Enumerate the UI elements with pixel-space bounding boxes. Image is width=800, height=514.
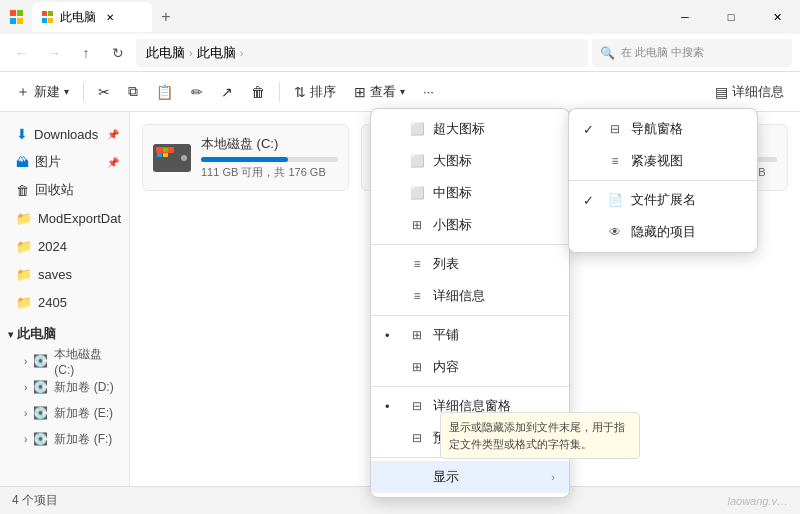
submenu-item-fileext[interactable]: ✓ 📄 文件扩展名 bbox=[569, 184, 757, 216]
detail-icon: ▤ bbox=[715, 84, 728, 100]
drive-bar-bg-c bbox=[201, 157, 338, 162]
new-btn[interactable]: ＋ 新建 ▾ bbox=[8, 77, 77, 107]
menu-item-largeicon[interactable]: ⬜ 大图标 bbox=[371, 145, 569, 177]
rename-btn[interactable]: ✏ bbox=[183, 77, 211, 107]
label-content: 内容 bbox=[433, 358, 459, 376]
label-extralargeicon: 超大图标 bbox=[433, 120, 485, 138]
sidebar-sub-f[interactable]: › 💽 新加卷 (F:) bbox=[0, 426, 129, 452]
more-btn[interactable]: ··· bbox=[415, 77, 442, 107]
submenu-item-compact[interactable]: ≡ 紧凑视图 bbox=[569, 145, 757, 177]
label-details: 详细信息 bbox=[433, 287, 485, 305]
drive-item-c[interactable]: 本地磁盘 (C:) 111 GB 可用，共 176 GB bbox=[142, 124, 349, 191]
icon-smallicon: ⊞ bbox=[409, 218, 425, 232]
close-btn[interactable]: ✕ bbox=[754, 0, 800, 34]
pictures-icon: 🏔 bbox=[16, 155, 29, 170]
pin-icon: 📌 bbox=[107, 129, 119, 140]
menu-item-tiles[interactable]: • ⊞ 平铺 bbox=[371, 319, 569, 351]
maximize-btn[interactable]: □ bbox=[708, 0, 754, 34]
label-show: 显示 bbox=[433, 468, 459, 486]
sidebar-item-downloads[interactable]: ⬇ Downloads 📌 bbox=[4, 120, 125, 148]
menu-sep1 bbox=[371, 244, 569, 245]
cut-btn[interactable]: ✂ bbox=[90, 77, 118, 107]
sidebar-group-header[interactable]: ▾ 此电脑 bbox=[0, 320, 129, 348]
sidebar-item-2405[interactable]: 📁 2405 bbox=[4, 288, 125, 316]
copy-btn[interactable]: ⧉ bbox=[120, 77, 146, 107]
sidebar-item-saves[interactable]: 📁 saves bbox=[4, 260, 125, 288]
sidebar-item-recycle[interactable]: 🗑 回收站 bbox=[4, 176, 125, 204]
menu-item-show[interactable]: 显示 › bbox=[371, 461, 569, 493]
icon-details: ≡ bbox=[409, 289, 425, 303]
menu-item-content[interactable]: ⊞ 内容 bbox=[371, 351, 569, 383]
sidebar-group-thispc: ▾ 此电脑 › 💽 本地磁盘 (C:) › 💽 新加卷 (D:) › 💽 新加卷… bbox=[0, 320, 129, 452]
tooltip-text: 显示或隐藏添加到文件末尾，用于指定文件类型或格式的字符集。 bbox=[449, 421, 625, 450]
menu-item-extralargeicon[interactable]: ⬜ 超大图标 bbox=[371, 113, 569, 145]
refresh-btn[interactable]: ↻ bbox=[104, 39, 132, 67]
search-icon: 🔍 bbox=[600, 46, 615, 60]
submenu-sep1 bbox=[569, 180, 757, 181]
back-btn[interactable]: ← bbox=[8, 39, 36, 67]
paste-btn[interactable]: 📋 bbox=[148, 77, 181, 107]
sort-icon: ⇅ bbox=[294, 84, 306, 100]
menu-sep2 bbox=[371, 315, 569, 316]
new-tab-btn[interactable]: + bbox=[152, 3, 180, 31]
view-btn[interactable]: ⊞ 查看 ▾ bbox=[346, 77, 413, 107]
cut-icon: ✂ bbox=[98, 84, 110, 100]
icon-largeicon: ⬜ bbox=[409, 154, 425, 168]
sidebar-sub-d[interactable]: › 💽 新加卷 (D:) bbox=[0, 374, 129, 400]
path-sep1: › bbox=[189, 47, 193, 59]
folder-icon1: 📁 bbox=[16, 211, 32, 226]
submenu-ext-area: ✓ 📄 文件扩展名 👁 隐藏的项目 bbox=[569, 184, 757, 248]
submenu-item-hidden[interactable]: 👁 隐藏的项目 bbox=[569, 216, 757, 248]
sidebar-item-modexport[interactable]: 📁 ModExportDat bbox=[4, 204, 125, 232]
rename-icon: ✏ bbox=[191, 84, 203, 100]
menu-sep3 bbox=[371, 386, 569, 387]
view-icon: ⊞ bbox=[354, 84, 366, 100]
submenu-check-navpane: ✓ bbox=[583, 122, 599, 137]
sidebar-sub-c[interactable]: › 💽 本地磁盘 (C:) bbox=[0, 348, 129, 374]
menu-item-smallicon[interactable]: ⊞ 小图标 bbox=[371, 209, 569, 241]
submenu-label-navpane: 导航窗格 bbox=[631, 120, 683, 138]
sidebar-sub-e[interactable]: › 💽 新加卷 (E:) bbox=[0, 400, 129, 426]
address-path[interactable]: 此电脑 › 此电脑 › bbox=[136, 39, 588, 67]
submenu-item-navpane[interactable]: ✓ ⊟ 导航窗格 bbox=[569, 113, 757, 145]
drive-info-c: 本地磁盘 (C:) 111 GB 可用，共 176 GB bbox=[201, 135, 338, 180]
label-tiles: 平铺 bbox=[433, 326, 459, 344]
tooltip-box: 显示或隐藏添加到文件末尾，用于指定文件类型或格式的字符集。 bbox=[440, 412, 640, 459]
drive-space-c: 111 GB 可用，共 176 GB bbox=[201, 165, 338, 180]
sidebar-item-label: Downloads bbox=[34, 127, 98, 142]
sidebar-modexport-label: ModExportDat bbox=[38, 211, 121, 226]
icon-list: ≡ bbox=[409, 257, 425, 271]
active-tab[interactable]: 此电脑 ✕ bbox=[32, 2, 152, 32]
submenu: ✓ ⊟ 导航窗格 ≡ 紧凑视图 ✓ 📄 文件扩展名 👁 隐藏的项目 bbox=[568, 108, 758, 253]
sub-f-label: 新加卷 (F:) bbox=[54, 431, 112, 448]
folder-icon4: 📁 bbox=[16, 295, 32, 310]
sidebar-2405-label: 2405 bbox=[38, 295, 67, 310]
share-btn[interactable]: ↗ bbox=[213, 77, 241, 107]
minimize-btn[interactable]: ─ bbox=[662, 0, 708, 34]
menu-item-details[interactable]: ≡ 详细信息 bbox=[371, 280, 569, 312]
sort-btn[interactable]: ⇅ 排序 bbox=[286, 77, 344, 107]
tab-label: 此电脑 bbox=[60, 9, 96, 26]
hdd-icon-d: 💽 bbox=[33, 380, 48, 394]
up-btn[interactable]: ↑ bbox=[72, 39, 100, 67]
forward-btn[interactable]: → bbox=[40, 39, 68, 67]
view-label: 查看 bbox=[370, 83, 396, 101]
menu-item-list[interactable]: ≡ 列表 bbox=[371, 248, 569, 280]
sidebar-item-pictures[interactable]: 🏔 图片 📌 bbox=[4, 148, 125, 176]
detail-info-btn[interactable]: ▤ 详细信息 bbox=[707, 77, 792, 107]
label-mediumicon: 中图标 bbox=[433, 184, 472, 202]
downloads-icon: ⬇ bbox=[16, 126, 28, 142]
title-bar: 此电脑 ✕ + ─ □ ✕ bbox=[0, 0, 800, 34]
sub-c-label: 本地磁盘 (C:) bbox=[54, 346, 121, 377]
more-label: ··· bbox=[423, 84, 434, 99]
toolbar-right: ▤ 详细信息 bbox=[707, 77, 792, 107]
sidebar-recycle-label: 回收站 bbox=[35, 181, 74, 199]
new-dropdown-icon: ▾ bbox=[64, 86, 69, 97]
delete-btn[interactable]: 🗑 bbox=[243, 77, 273, 107]
menu-item-mediumicon[interactable]: ⬜ 中图标 bbox=[371, 177, 569, 209]
drive-name-c: 本地磁盘 (C:) bbox=[201, 135, 338, 153]
sidebar-item-2024[interactable]: 📁 2024 bbox=[4, 232, 125, 260]
tab-close-btn[interactable]: ✕ bbox=[102, 9, 118, 25]
detail-label: 详细信息 bbox=[732, 83, 784, 101]
search-box[interactable]: 🔍 在 此电脑 中搜索 bbox=[592, 39, 792, 67]
